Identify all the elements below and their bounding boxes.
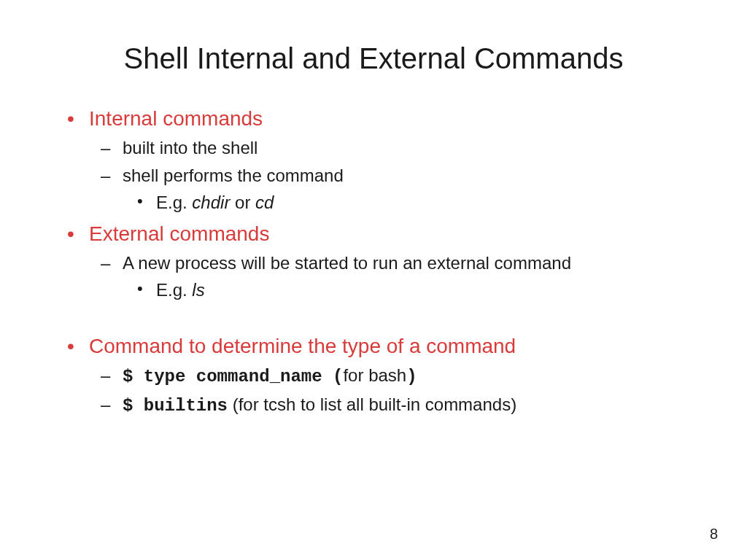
example-italic: ls (192, 280, 204, 300)
code-tail: for bash (343, 365, 406, 385)
sub-bullet-text: A new process will be started to run an … (123, 253, 571, 273)
sub-bullet-code: $ type command_name (for bash) (89, 363, 689, 389)
page-number: 8 (710, 526, 718, 542)
example-italic: chdir (192, 192, 230, 212)
example-mid: or (230, 192, 255, 212)
sublist: $ type command_name (for bash) $ builtin… (89, 363, 689, 418)
bullet-label: Internal commands (89, 107, 263, 130)
sub-bullet: built into the shell (89, 136, 689, 160)
code-tail: (for tcsh to list all built-in commands) (228, 394, 516, 414)
bullet-external-commands: External commands A new process will be … (58, 221, 689, 303)
subsublist: E.g. ls (123, 278, 689, 303)
example-bullet: E.g. chdir or cd (123, 190, 689, 215)
subsublist: E.g. chdir or cd (123, 190, 689, 215)
code-text: $ type command_name ( (123, 367, 343, 386)
example-prefix: E.g. (156, 192, 192, 212)
slide-title: Shell Internal and External Commands (58, 42, 689, 75)
slide: Shell Internal and External Commands Int… (0, 0, 747, 560)
code-close: ) (406, 367, 417, 386)
example-prefix: E.g. (156, 280, 192, 300)
sub-bullet: A new process will be started to run an … (89, 251, 689, 303)
spacer (58, 308, 689, 329)
example-italic: cd (255, 192, 274, 212)
sublist: A new process will be started to run an … (89, 251, 689, 303)
sub-bullet: shell performs the command E.g. chdir or… (89, 163, 689, 215)
bullet-label: External commands (89, 222, 269, 245)
bullet-determine-type: Command to determine the type of a comma… (58, 333, 689, 418)
sub-bullet-code: $ builtins (for tcsh to list all built-i… (89, 392, 689, 419)
sub-bullet-text: shell performs the command (123, 166, 344, 185)
bullet-internal-commands: Internal commands built into the shell s… (58, 106, 689, 215)
bullet-list: Internal commands built into the shell s… (58, 106, 689, 418)
bullet-label: Command to determine the type of a comma… (89, 335, 516, 357)
example-bullet: E.g. ls (123, 278, 689, 303)
code-text: $ builtins (123, 396, 228, 416)
sublist: built into the shell shell performs the … (89, 136, 689, 215)
